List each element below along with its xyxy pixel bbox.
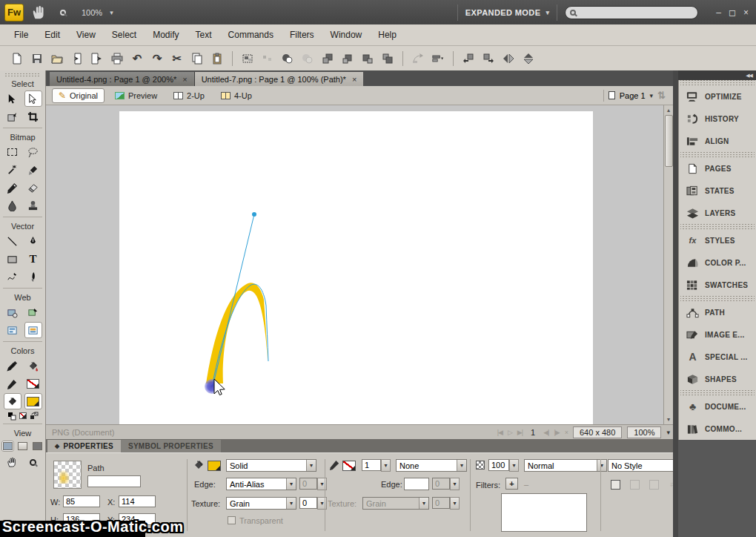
scale-tool[interactable] (4, 108, 21, 125)
print-icon[interactable] (110, 52, 124, 65)
stroke-texture-stepper[interactable]: ▾ (450, 497, 460, 510)
fill-category-select[interactable]: Solid ▾ (226, 459, 316, 472)
filters-list[interactable] (501, 493, 587, 532)
paste-icon[interactable] (210, 52, 224, 65)
menu-edit[interactable]: Edit (36, 30, 68, 40)
swap-colors-icon[interactable] (30, 412, 39, 420)
stroke-edge-stepper[interactable]: ▾ (450, 478, 460, 490)
panel-button-layers[interactable]: LAYERS (679, 202, 756, 224)
magic-wand-tool[interactable] (4, 162, 21, 178)
stroke-tip-stepper[interactable]: ▾ (381, 459, 391, 472)
join-path-icon[interactable] (411, 52, 425, 65)
scroll-up-icon[interactable]: ▴ (667, 105, 670, 115)
menu-commands[interactable]: Commands (220, 30, 282, 40)
panel-group-gripper[interactable] (680, 80, 755, 85)
copy-icon[interactable] (190, 52, 204, 65)
fill-texture-select[interactable]: Grain ▾ (226, 497, 296, 510)
add-filter-button[interactable]: + (505, 478, 518, 490)
panel-button-history[interactable]: HISTORY (679, 108, 756, 130)
panel-button-image-editing[interactable]: IMAGE E... (679, 323, 756, 346)
fill-texture-stepper[interactable]: ▾ (317, 497, 327, 510)
brush-tool[interactable] (24, 162, 42, 178)
panel-button-styles[interactable]: fx STYLES (679, 229, 756, 251)
crop-document-icon[interactable] (241, 52, 254, 65)
panel-group-gripper[interactable] (680, 296, 755, 301)
minimize-button[interactable]: – (716, 7, 721, 18)
panel-group-gripper[interactable] (680, 152, 755, 157)
rectangle-tool[interactable] (4, 251, 21, 267)
panel-button-pages[interactable]: PAGES (679, 157, 756, 179)
properties-tab[interactable]: ◆ PROPERTIES (47, 440, 121, 452)
menu-file[interactable]: File (6, 30, 36, 40)
first-page-icon[interactable]: |◀ (497, 429, 503, 436)
knife-tool[interactable] (24, 268, 42, 285)
panel-button-shapes[interactable]: SHAPES (679, 368, 756, 390)
send-backward-icon[interactable] (361, 52, 374, 65)
panel-button-special-characters[interactable]: A SPECIAL ... (679, 346, 756, 368)
text-tool[interactable]: T (24, 251, 42, 267)
panel-button-align[interactable]: ALIGN (679, 130, 756, 152)
zoom-indicator[interactable]: 100% (627, 426, 661, 438)
fullscreen-mode[interactable] (31, 441, 44, 452)
bring-forward-icon[interactable] (341, 52, 354, 65)
rotate-cw-icon[interactable] (482, 52, 495, 65)
eyedropper-tool[interactable] (4, 358, 21, 374)
maximize-button[interactable]: ◻ (729, 7, 736, 18)
freeform-tool[interactable] (4, 268, 21, 285)
pen-tool[interactable] (24, 233, 42, 249)
menu-filters[interactable]: Filters (282, 30, 322, 40)
menu-view[interactable]: View (68, 30, 104, 40)
panel-button-common-library[interactable]: COMMO... (679, 418, 756, 440)
union-icon[interactable] (281, 52, 294, 65)
slice-tool[interactable] (24, 304, 42, 320)
send-to-back-icon[interactable] (381, 52, 394, 65)
four-up-view-tab[interactable]: 4-Up (215, 90, 258, 102)
next-state-icon[interactable]: |▶ (554, 429, 559, 436)
fill-edge-stepper[interactable]: ▾ (317, 478, 327, 490)
opacity-stepper[interactable]: ▾ (509, 459, 519, 472)
new-document-icon[interactable] (10, 52, 24, 65)
fill-edge-select[interactable]: Anti-Alias ▾ (226, 478, 296, 490)
zoom-dropdown-icon[interactable]: ▾ (110, 9, 113, 16)
preview-view-tab[interactable]: Preview (109, 90, 163, 102)
panel-gripper[interactable] (4, 73, 41, 76)
rotate-ccw-icon[interactable] (462, 52, 475, 65)
lasso-tool[interactable] (24, 144, 42, 160)
object-name-input[interactable] (87, 475, 141, 487)
save-icon[interactable] (30, 52, 44, 65)
panel-button-states[interactable]: STATES (679, 179, 756, 202)
stroke-color-swatch[interactable] (24, 375, 42, 392)
fill-color-tool[interactable] (4, 393, 21, 409)
x-input[interactable] (119, 495, 156, 507)
menu-help[interactable]: Help (370, 30, 405, 40)
two-up-view-tab[interactable]: 2-Up (168, 90, 210, 102)
scroll-down-icon[interactable]: ▾ (667, 415, 670, 424)
panel-button-optimize[interactable]: OPTIMIZE (679, 85, 756, 108)
stroke-category-select[interactable]: None ▾ (396, 459, 467, 472)
blur-tool[interactable] (4, 197, 21, 214)
panel-group-gripper[interactable] (680, 390, 755, 395)
flip-vertical-icon[interactable] (522, 52, 535, 65)
ungroup-icon[interactable] (261, 52, 274, 65)
hide-slices-tool[interactable] (4, 322, 21, 338)
pan-hand-icon[interactable] (31, 5, 47, 20)
default-colors-icon[interactable] (7, 412, 16, 420)
undo-icon[interactable]: ↶ (130, 52, 144, 65)
width-input[interactable] (63, 495, 100, 507)
menu-window[interactable]: Window (322, 30, 371, 40)
subselection-tool[interactable] (24, 90, 42, 107)
zoom-level[interactable]: 100% (82, 8, 102, 17)
show-slices-tool[interactable] (24, 322, 42, 338)
panel-button-path[interactable]: PATH (679, 301, 756, 323)
export-icon[interactable] (90, 52, 104, 65)
scrollbar-thumb[interactable] (665, 115, 673, 167)
collapse-panels-icon[interactable]: ◀◀ (746, 73, 752, 79)
hotspot-tool[interactable] (4, 304, 21, 320)
paint-bucket-tool[interactable] (24, 358, 42, 374)
menu-modify[interactable]: Modify (145, 30, 187, 40)
page-selector-label[interactable]: Page 1 (620, 91, 646, 100)
eraser-tool[interactable] (24, 179, 42, 196)
document-tab-untitled4[interactable]: Untitled-4.png : Page 1 @ 200%* × (50, 72, 195, 86)
crop-tool[interactable] (24, 108, 42, 125)
standard-screen-mode[interactable] (1, 441, 14, 452)
